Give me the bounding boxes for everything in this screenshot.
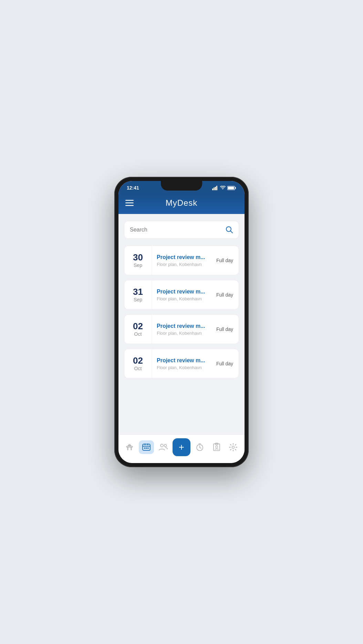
- add-icon: +: [179, 442, 184, 453]
- nav-item-meetings[interactable]: [139, 440, 154, 454]
- add-button[interactable]: +: [173, 438, 190, 456]
- svg-rect-18: [145, 443, 145, 445]
- battery-icon: [227, 186, 236, 190]
- event-title: Project review m...: [157, 289, 206, 295]
- nav-item-settings[interactable]: [226, 440, 241, 454]
- event-day: 02: [133, 356, 143, 365]
- svg-rect-8: [125, 203, 134, 204]
- event-month: Oct: [134, 366, 142, 371]
- event-title: Project review m...: [157, 254, 206, 260]
- svg-rect-14: [131, 447, 132, 450]
- svg-rect-0: [212, 189, 213, 190]
- meetings-icon: [142, 442, 151, 452]
- svg-rect-12: [126, 446, 133, 447]
- content-area: 30 Sep Project review m... Floor plan, K…: [118, 214, 245, 434]
- svg-rect-21: [146, 448, 147, 449]
- nav-item-badge[interactable]: [209, 440, 224, 454]
- event-details: Project review m... Floor plan, Kobenhav…: [152, 317, 211, 342]
- svg-point-29: [232, 446, 235, 449]
- svg-rect-16: [143, 444, 150, 450]
- wifi-icon: [220, 186, 226, 190]
- app-header: MyDesk: [118, 193, 245, 214]
- event-time: Full day: [211, 320, 239, 338]
- events-list: 30 Sep Project review m... Floor plan, K…: [124, 246, 239, 378]
- event-card[interactable]: 02 Oct Project review m... Floor plan, K…: [124, 349, 239, 378]
- svg-point-24: [164, 444, 167, 447]
- svg-point-28: [216, 446, 218, 448]
- event-time: Full day: [211, 286, 239, 304]
- signal-icon: [212, 186, 218, 190]
- event-card[interactable]: 30 Sep Project review m... Floor plan, K…: [124, 246, 239, 275]
- nav-item-timer[interactable]: [192, 440, 207, 454]
- event-day: 31: [133, 287, 143, 296]
- event-details: Project review m... Floor plan, Kobenhav…: [152, 351, 211, 376]
- desk-icon: [125, 442, 134, 452]
- event-details: Project review m... Floor plan, Kobenhav…: [152, 248, 211, 273]
- event-day: 02: [133, 322, 143, 331]
- event-date: 02 Oct: [124, 315, 152, 344]
- svg-rect-5: [235, 187, 236, 189]
- svg-point-23: [160, 444, 163, 447]
- event-date: 31 Sep: [124, 280, 152, 309]
- event-title: Project review m...: [157, 357, 206, 364]
- badge-icon: [212, 442, 221, 452]
- search-icon: [226, 226, 233, 234]
- bottom-nav: +: [118, 434, 245, 463]
- svg-rect-7: [125, 200, 134, 201]
- event-time: Full day: [211, 251, 239, 269]
- svg-rect-3: [216, 186, 217, 190]
- search-bar[interactable]: [124, 221, 239, 239]
- svg-rect-13: [127, 447, 128, 450]
- event-location: Floor plan, Kobenhavn: [157, 331, 206, 336]
- event-location: Floor plan, Kobenhavn: [157, 296, 206, 301]
- svg-rect-6: [228, 186, 234, 189]
- event-card[interactable]: 02 Oct Project review m... Floor plan, K…: [124, 314, 239, 344]
- search-input[interactable]: [130, 227, 226, 233]
- event-title: Project review m...: [157, 323, 206, 329]
- nav-item-desk[interactable]: [122, 440, 137, 454]
- event-month: Oct: [134, 331, 142, 337]
- menu-button[interactable]: [125, 200, 134, 206]
- event-card[interactable]: 31 Sep Project review m... Floor plan, K…: [124, 280, 239, 310]
- notch: [161, 181, 202, 191]
- timer-icon: [195, 442, 205, 452]
- event-month: Sep: [134, 262, 142, 268]
- svg-rect-17: [143, 446, 150, 447]
- svg-rect-9: [125, 205, 134, 206]
- phone-frame: 12:41: [114, 177, 249, 467]
- event-date: 02 Oct: [124, 349, 152, 378]
- status-icons: [212, 186, 236, 190]
- time-display: 12:41: [127, 185, 139, 191]
- nav-item-people[interactable]: [156, 440, 171, 454]
- event-location: Floor plan, Kobenhavn: [157, 365, 206, 370]
- app-title: MyDesk: [166, 198, 198, 208]
- event-time: Full day: [211, 355, 239, 373]
- event-details: Project review m... Floor plan, Kobenhav…: [152, 282, 211, 308]
- event-location: Floor plan, Kobenhavn: [157, 262, 206, 267]
- svg-rect-1: [214, 187, 215, 190]
- event-month: Sep: [134, 297, 142, 302]
- svg-line-11: [231, 231, 233, 233]
- phone-screen: 12:41: [118, 181, 245, 463]
- status-bar: 12:41: [118, 181, 245, 193]
- event-day: 30: [133, 253, 143, 262]
- svg-rect-20: [144, 448, 145, 449]
- hamburger-icon: [125, 200, 134, 206]
- svg-rect-19: [147, 443, 148, 445]
- settings-icon: [228, 442, 238, 452]
- people-icon: [158, 442, 168, 452]
- event-date: 30 Sep: [124, 246, 152, 275]
- svg-rect-22: [147, 448, 149, 449]
- svg-rect-2: [215, 187, 216, 190]
